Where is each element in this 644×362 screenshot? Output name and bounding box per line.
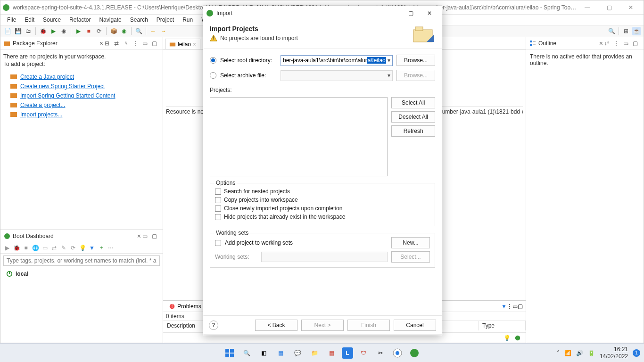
new-package-icon[interactable]: 📦 [109,27,118,35]
view-close-icon[interactable]: × [99,40,103,47]
close-button[interactable]: ✕ [620,0,642,15]
menu-source[interactable]: Source [39,16,65,24]
explorer-icon[interactable]: 📁 [308,346,321,360]
wifi-icon[interactable]: 📶 [564,350,571,356]
battery-icon[interactable]: 🔋 [588,350,595,356]
bd-debug-icon[interactable]: 🐞 [13,244,20,252]
chat-icon[interactable]: 💬 [291,346,304,360]
minimize-view-icon[interactable]: ▭ [622,40,629,47]
minimize-view-icon[interactable]: ▭ [512,303,518,310]
menu-project[interactable]: Project [153,16,178,24]
run-last-icon[interactable]: ▶ [74,27,83,35]
run-icon[interactable]: ▶ [49,27,58,35]
bd-start-icon[interactable]: ▶ [3,244,11,252]
search-taskbar-icon[interactable]: 🔍 [240,346,253,360]
checkbox-hide-existing[interactable] [215,214,221,220]
quick-access-icon[interactable]: 🔍 [607,27,616,35]
chevron-down-icon[interactable]: ▾ [388,57,390,64]
bd-bulb-icon[interactable]: 💡 [79,244,86,252]
close-tab-icon[interactable]: × [193,41,196,48]
maximize-view-icon[interactable]: ▢ [518,303,523,310]
back-button[interactable]: < Back [255,320,297,331]
debug-icon[interactable]: 🐞 [39,27,47,35]
notifications-icon[interactable]: 1 [633,349,640,357]
bd-open-browser-icon[interactable]: 🌐 [32,244,39,252]
search-icon[interactable]: 🔍 [134,27,143,35]
menu-navigate[interactable]: Navigate [95,16,125,24]
deselect-all-button[interactable]: Deselect All [391,111,435,123]
spring-status-icon[interactable] [514,335,521,341]
coverage-icon[interactable]: ◉ [59,27,68,35]
link-create-project[interactable]: Create a project... [3,100,160,110]
snip-icon[interactable]: ✂ [374,346,387,360]
editor-tab-leilao[interactable]: leilao × [165,39,200,49]
bd-link-icon[interactable]: ⇄ [50,244,58,252]
app-icon-2[interactable]: L [342,347,353,359]
dialog-maximize-button[interactable]: ▢ [401,7,420,20]
view-menu-icon[interactable]: ⋮ [132,40,139,47]
minimize-view-icon[interactable]: ▭ [141,232,149,240]
bd-filter-icon[interactable]: ▼ [88,244,96,252]
new-class-icon[interactable]: ◉ [120,27,128,35]
spring-tool-icon[interactable] [408,346,421,360]
radio-root-directory[interactable] [210,57,216,64]
checkbox-search-nested[interactable] [215,189,221,195]
new-icon[interactable]: 📄 [3,27,12,35]
link-label[interactable]: Import projects... [20,111,62,118]
save-all-icon[interactable]: 🗂 [24,27,33,35]
app-icon-1[interactable]: ▦ [325,346,338,360]
chrome-icon[interactable] [391,346,404,360]
minimize-button[interactable]: — [577,0,598,15]
view-menu-icon[interactable]: ⋮ [612,40,620,47]
link-label[interactable]: Create new Spring Starter Project [20,83,105,90]
bd-add-icon[interactable]: ＋ [98,244,105,252]
maximize-button[interactable]: ▢ [598,0,620,15]
refresh-button[interactable]: Refresh [391,125,435,137]
link-label[interactable]: Create a Java project [20,74,74,80]
perspective-icon[interactable]: ⊞ [622,27,630,35]
select-all-button[interactable]: Select All [391,97,435,108]
cancel-button[interactable]: Cancel [394,320,436,331]
bd-menu-icon[interactable]: ⋯ [107,244,115,252]
col-type[interactable]: Type [479,321,526,330]
boot-dashboard-node-local[interactable]: local [6,271,157,277]
back-nav-icon[interactable]: ← [149,27,157,35]
menu-file[interactable]: File [3,16,20,24]
start-icon[interactable] [223,346,236,360]
view-close-icon[interactable]: × [599,40,603,47]
link-label[interactable]: Import Spring Getting Started Content [20,92,115,99]
task-view-icon[interactable]: ◧ [257,346,270,360]
checkbox-add-working-set[interactable] [215,240,221,246]
root-directory-field[interactable]: ber-java-aula1\src\bin\br\com\alura\leil… [281,55,393,66]
minimize-view-icon[interactable]: ▭ [141,40,149,47]
link-import-spring-gs[interactable]: Import Spring Getting Started Content [3,91,160,100]
collapse-all-icon[interactable]: ⊟ [103,40,111,47]
menu-run[interactable]: Run [179,16,197,24]
stop-icon[interactable]: ■ [84,27,93,35]
link-create-spring-starter[interactable]: Create new Spring Starter Project [3,82,160,91]
menu-search[interactable]: Search [126,16,152,24]
menu-edit[interactable]: Edit [21,16,38,24]
filter-icon[interactable]: ⑊ [122,40,130,47]
maximize-view-icon[interactable]: ▢ [150,232,158,240]
link-label[interactable]: Create a project... [20,102,65,108]
checkbox-close-imported[interactable] [215,206,221,212]
save-icon[interactable]: 💾 [14,27,22,35]
widgets-icon[interactable]: ▦ [274,346,287,360]
bd-edit-icon[interactable]: ✎ [60,244,67,252]
tray-chevron-icon[interactable]: ˄ [557,350,560,356]
sort-icon[interactable]: ↓ᵃ [603,40,611,47]
menu-refactor[interactable]: Refactor [66,16,94,24]
new-working-set-button[interactable]: New... [391,237,430,248]
link-editor-icon[interactable]: ⇄ [113,40,120,47]
filter-icon[interactable]: ▼ [501,303,507,310]
view-close-icon[interactable]: × [137,232,141,240]
help-icon[interactable]: ? [209,321,218,330]
problems-tab[interactable]: ! Problems [166,302,204,311]
link-import-projects[interactable]: Import projects... [3,110,160,119]
bd-refresh-icon[interactable]: ⟳ [69,244,77,252]
bd-stop-icon[interactable]: ■ [22,244,30,252]
relaunch-icon[interactable]: ⟳ [95,27,103,35]
dialog-close-button[interactable]: ✕ [420,7,439,20]
mcafee-icon[interactable]: 🛡 [357,346,370,360]
